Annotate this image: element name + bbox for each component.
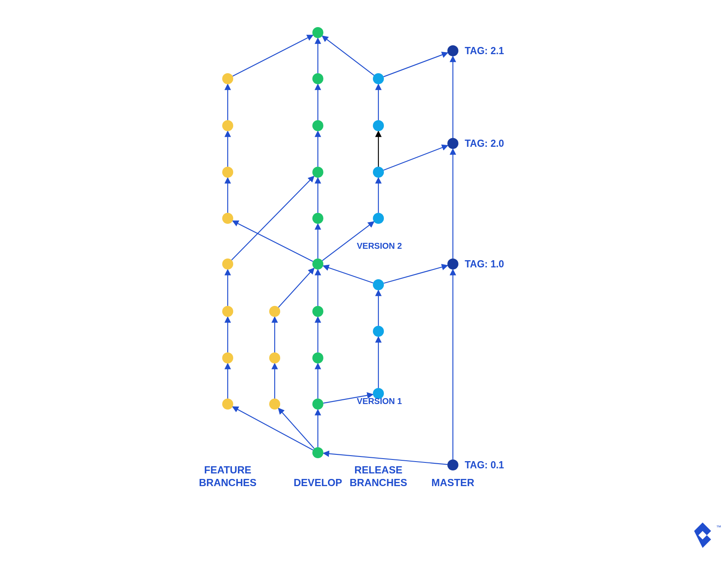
gitflow-diagram: FEATURE BRANCHES DEVELOP RELEASE BRANCHE…	[0, 0, 728, 561]
commit-fA3	[222, 258, 233, 270]
svg-marker-0	[694, 522, 711, 548]
commit-d5	[312, 213, 323, 224]
feature-branches-label-l2: BRANCHES	[199, 477, 256, 488]
edges-layer	[228, 35, 453, 465]
edge-fB2-d4	[279, 268, 314, 308]
tag-label-2: TAG: 2.0	[465, 138, 504, 149]
develop-label: DEVELOP	[294, 477, 342, 488]
commit-d8	[312, 73, 323, 84]
commit-r2d	[373, 73, 384, 84]
release-branches-label-l1: RELEASE	[354, 464, 402, 476]
edge-fA3-d6	[232, 176, 314, 260]
edge-fC3-d9	[233, 35, 313, 76]
commit-m3	[447, 45, 458, 56]
edge-r2d-d9	[322, 36, 374, 75]
commit-d6	[312, 167, 323, 178]
commit-r1c	[373, 279, 384, 290]
commit-d2	[312, 352, 323, 363]
commit-fA2	[222, 306, 233, 317]
commit-r2a	[373, 213, 384, 224]
commit-d1	[312, 399, 323, 410]
release-branches-label-l2: BRANCHES	[350, 477, 407, 488]
commit-fC0	[222, 213, 233, 224]
edge-d4-fC0	[233, 221, 313, 261]
commit-r2c	[373, 120, 384, 131]
commit-m0	[447, 459, 458, 470]
edge-d0-fB0	[279, 408, 314, 449]
commit-d7	[312, 120, 323, 131]
commit-m2	[447, 138, 458, 149]
edge-r2d-m3	[383, 53, 448, 77]
edge-m0-d0	[323, 453, 447, 465]
edge-r1c-d4	[323, 266, 373, 283]
edge-r2b-m2	[383, 146, 448, 170]
commit-m1	[447, 258, 458, 270]
commit-d0	[312, 447, 323, 458]
tag-label-0: TAG: 0.1	[465, 459, 504, 470]
commit-fC1	[222, 167, 233, 178]
toptal-logo-icon: ™	[694, 522, 721, 548]
commit-fA1	[222, 352, 233, 363]
feature-branches-label-l1: FEATURE	[204, 464, 251, 476]
tags-layer: TAG: 0.1TAG: 1.0TAG: 2.0TAG: 2.1	[465, 45, 504, 470]
trademark-symbol: ™	[716, 524, 721, 530]
commit-fA0	[222, 399, 233, 410]
commit-r1b	[373, 326, 384, 337]
version-2-label: VERSION 2	[357, 241, 402, 250]
commit-d3	[312, 306, 323, 317]
commit-fB0	[269, 399, 280, 410]
master-label: MASTER	[431, 477, 474, 488]
commit-fB2	[269, 306, 280, 317]
commit-fC3	[222, 73, 233, 84]
version-1-label: VERSION 1	[357, 396, 402, 406]
commit-r2b	[373, 167, 384, 178]
edge-d0-fA0	[232, 407, 313, 450]
tag-label-3: TAG: 2.1	[465, 45, 504, 56]
commit-fC2	[222, 120, 233, 131]
commit-fB1	[269, 352, 280, 363]
edge-r1c-m1	[384, 266, 448, 283]
nodes-layer	[222, 27, 458, 470]
commit-d9	[312, 27, 323, 38]
commit-d4	[312, 258, 323, 270]
tag-label-1: TAG: 1.0	[465, 258, 504, 270]
